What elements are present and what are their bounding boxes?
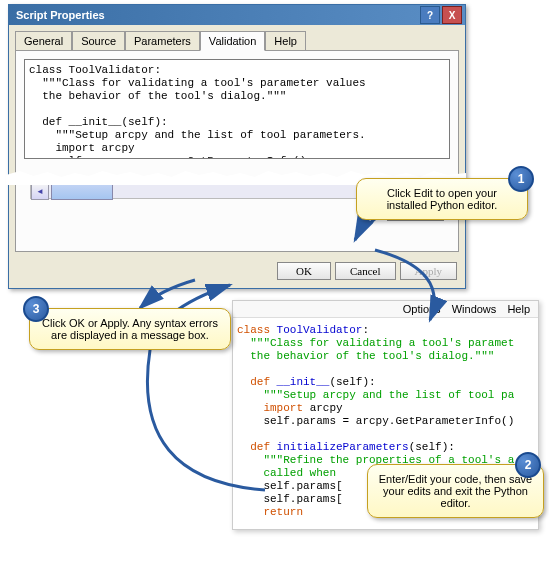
code-kw: import	[237, 402, 310, 414]
tab-parameters[interactable]: Parameters	[125, 31, 200, 51]
menu-windows[interactable]: Windows	[452, 303, 497, 315]
code-fn: initializeParameters	[277, 441, 409, 453]
close-icon[interactable]: X	[442, 6, 462, 24]
tab-general[interactable]: General	[15, 31, 72, 51]
ok-button[interactable]: OK	[277, 262, 331, 280]
tab-panel: class ToolValidator: """Class for valida…	[15, 50, 459, 252]
step-badge-3: 3	[23, 296, 49, 322]
tab-strip: General Source Parameters Validation Hel…	[9, 25, 465, 51]
callout-2-text: Enter/Edit your code, then save your edi…	[379, 473, 532, 509]
code-textarea[interactable]: class ToolValidator: """Class for valida…	[24, 59, 450, 159]
code-text: self.params = arcpy.GetParameterInfo()	[237, 415, 514, 427]
code-text: :	[362, 324, 369, 336]
step-badge-1: 1	[508, 166, 534, 192]
code-text: arcpy	[310, 402, 343, 414]
code-text: self.params[	[237, 480, 343, 492]
code-str: the behavior of the tool's dialog."""	[237, 350, 494, 362]
code-fn: __init__	[277, 376, 330, 388]
editor-menubar: Options Windows Help	[233, 301, 538, 318]
dialog-title: Script Properties	[12, 9, 105, 21]
titlebar: Script Properties ? X	[9, 5, 465, 25]
cancel-button[interactable]: Cancel	[335, 262, 396, 280]
code-cls: ToolValidator	[277, 324, 363, 336]
code-text: (self):	[329, 376, 375, 388]
callout-3: Click OK or Apply. Any syntax errors are…	[29, 308, 231, 350]
code-str: """Setup arcpy and the list of tool pa	[237, 389, 514, 401]
tab-source[interactable]: Source	[72, 31, 125, 51]
code-text: (self):	[409, 441, 455, 453]
tab-validation[interactable]: Validation	[200, 31, 266, 51]
code-str: called when	[237, 467, 343, 479]
menu-options[interactable]: Options	[403, 303, 441, 315]
titlebar-buttons: ? X	[420, 6, 462, 24]
script-properties-dialog: Script Properties ? X General Source Par…	[8, 4, 466, 289]
callout-3-text: Click OK or Apply. Any syntax errors are…	[42, 317, 218, 341]
callout-1: Click Edit to open your installed Python…	[356, 178, 528, 220]
code-str: """Class for validating a tool's paramet	[237, 337, 514, 349]
code-kw: def	[237, 376, 277, 388]
dialog-button-row: OK Cancel Apply	[277, 262, 457, 280]
code-text: self.params[	[237, 493, 343, 505]
callout-1-text: Click Edit to open your installed Python…	[387, 187, 498, 211]
tab-help[interactable]: Help	[265, 31, 306, 51]
help-icon[interactable]: ?	[420, 6, 440, 24]
menu-help[interactable]: Help	[507, 303, 530, 315]
code-kw: return	[237, 506, 303, 518]
code-kw: class	[237, 324, 277, 336]
apply-button[interactable]: Apply	[400, 262, 458, 280]
code-kw: def	[237, 441, 277, 453]
step-badge-2: 2	[515, 452, 541, 478]
